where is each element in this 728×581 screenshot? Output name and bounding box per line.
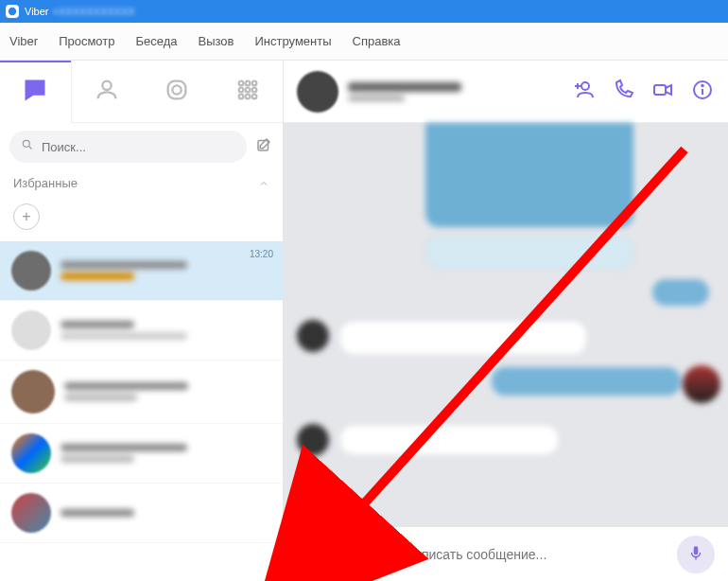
mention-button[interactable] (333, 543, 355, 566)
info-button[interactable] (690, 79, 715, 104)
svg-point-18 (581, 82, 589, 90)
svg-marker-22 (666, 85, 671, 95)
svg-point-11 (251, 87, 256, 92)
sidebar-tabs (0, 61, 283, 123)
chat-item[interactable]: 13:20 (0, 241, 283, 301)
svg-point-3 (102, 80, 111, 89)
title-phone: +XXXXXXXXXXX (52, 6, 134, 17)
chat-time: 13:20 (250, 249, 273, 259)
sticker-icon (370, 542, 390, 567)
phone-icon (612, 79, 634, 105)
video-call-button[interactable] (650, 79, 675, 104)
menu-view[interactable]: Просмотр (59, 34, 114, 48)
grid-icon (234, 77, 261, 107)
tab-explore[interactable] (142, 61, 213, 123)
title-app-name: Viber (25, 6, 48, 17)
title-bar: Viber +XXXXXXXXXXX (0, 0, 728, 23)
svg-point-15 (23, 140, 29, 147)
avatar (11, 493, 51, 533)
microphone-icon (687, 544, 704, 565)
chat-avatar[interactable] (297, 71, 338, 113)
favorites-label: Избранные (13, 176, 78, 190)
tab-more[interactable] (213, 61, 284, 123)
add-contact-button[interactable] (571, 79, 596, 104)
explore-icon (164, 77, 190, 107)
avatar (11, 310, 51, 350)
chat-list: 13:20 (0, 241, 283, 581)
plus-icon (298, 542, 319, 567)
svg-point-8 (251, 80, 256, 85)
contact-icon (94, 77, 120, 107)
add-contact-icon (572, 79, 595, 105)
chevron-up-icon (258, 178, 269, 189)
sticker-button[interactable] (369, 543, 391, 566)
menu-call[interactable]: Вызов (199, 34, 234, 48)
at-icon (334, 542, 355, 567)
add-favorite-button[interactable]: + (13, 203, 40, 230)
plus-icon: + (22, 208, 30, 225)
svg-rect-32 (694, 546, 699, 555)
svg-point-10 (245, 87, 250, 92)
search-box[interactable] (9, 131, 247, 163)
favorites-header[interactable]: Избранные (0, 170, 283, 196)
svg-point-12 (238, 94, 243, 98)
menu-help[interactable]: Справка (353, 34, 401, 48)
menu-bar: Viber Просмотр Беседа Вызов Инструменты … (0, 23, 728, 61)
avatar (11, 251, 51, 290)
chat-header (284, 61, 728, 123)
svg-point-30 (377, 552, 378, 553)
video-icon (651, 79, 674, 105)
svg-point-25 (702, 84, 703, 86)
chat-item[interactable] (0, 484, 283, 543)
message-input[interactable] (405, 547, 664, 562)
search-row (0, 123, 283, 170)
svg-rect-21 (654, 85, 666, 95)
search-icon (21, 138, 34, 155)
chat-bubble-icon (22, 77, 48, 107)
svg-point-28 (341, 549, 347, 555)
chat-pane (284, 61, 728, 581)
svg-point-5 (173, 85, 182, 94)
svg-point-9 (238, 87, 243, 92)
svg-point-0 (9, 8, 16, 15)
svg-point-7 (245, 80, 250, 85)
chat-item[interactable] (0, 424, 283, 484)
chat-item[interactable] (0, 301, 283, 361)
search-input[interactable] (42, 140, 235, 154)
avatar (11, 370, 55, 414)
voice-message-button[interactable] (677, 536, 715, 573)
svg-point-14 (251, 94, 256, 98)
chat-name-block (348, 82, 461, 101)
menu-tools[interactable]: Инструменты (255, 34, 332, 48)
svg-point-13 (245, 94, 250, 98)
svg-point-6 (238, 80, 243, 85)
messages-area[interactable] (284, 123, 728, 526)
new-chat-button[interactable] (254, 137, 273, 156)
message-input-bar (284, 526, 728, 581)
tab-chats[interactable] (0, 61, 72, 123)
call-button[interactable] (611, 79, 635, 104)
menu-viber[interactable]: Viber (9, 34, 38, 48)
svg-rect-4 (168, 80, 186, 98)
avatar (11, 433, 51, 473)
compose-icon (255, 136, 272, 157)
tab-contacts[interactable] (72, 61, 143, 123)
viber-app-icon (6, 5, 19, 18)
chat-item[interactable] (0, 361, 283, 424)
attach-button[interactable] (297, 543, 320, 566)
svg-line-16 (29, 147, 32, 150)
svg-point-31 (382, 552, 383, 553)
menu-chat[interactable]: Беседа (136, 34, 178, 48)
info-icon (691, 79, 714, 105)
sidebar: Избранные + 13:20 (0, 61, 284, 581)
